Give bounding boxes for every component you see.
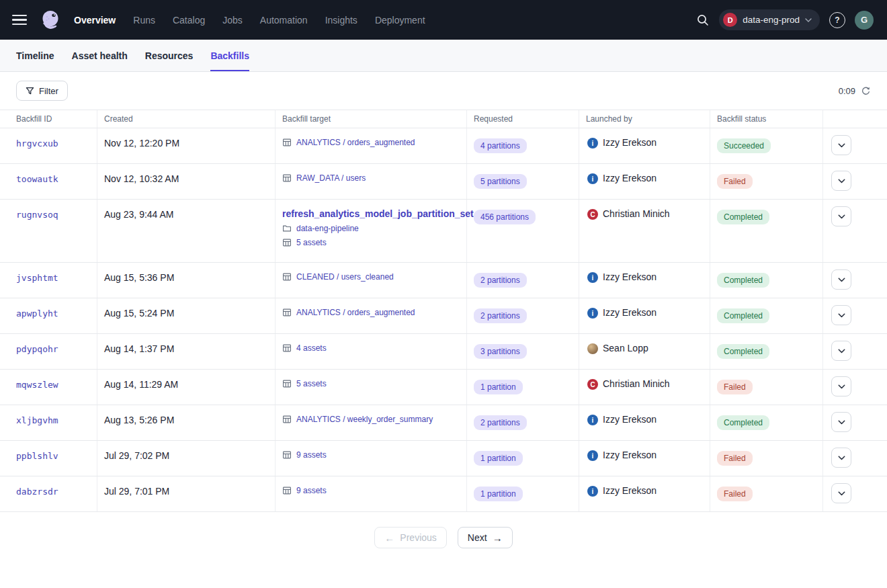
- requested-partitions-badge: 1 partition: [474, 380, 523, 394]
- hamburger-menu-icon[interactable]: [12, 12, 28, 28]
- filter-button[interactable]: Filter: [16, 81, 68, 101]
- backfill-target-link[interactable]: 5 assets: [296, 379, 327, 388]
- requested-partitions-badge: 3 partitions: [474, 344, 527, 359]
- column-header-backfill-target: Backfill target: [276, 110, 467, 128]
- backfill-target-link[interactable]: 9 assets: [296, 450, 327, 460]
- backfill-id-link[interactable]: jvsphtmt: [16, 273, 58, 283]
- created-timestamp: Aug 23, 9:44 AM: [104, 209, 174, 220]
- row-actions-chevron-button[interactable]: [831, 206, 851, 226]
- folder-icon: [282, 224, 292, 233]
- row-actions-chevron-button[interactable]: [831, 305, 851, 325]
- tab-asset-health[interactable]: Asset health: [72, 40, 128, 71]
- backfill-target-link[interactable]: ANALYTICS / weekly_order_summary: [296, 415, 433, 424]
- help-icon[interactable]: ?: [829, 12, 845, 28]
- requested-partitions-badge: 2 partitions: [474, 308, 527, 323]
- next-label: Next: [468, 532, 487, 543]
- table-row: rugnvsoqAug 23, 9:44 AMrefresh_analytics…: [0, 200, 887, 263]
- table-row: pdypqohrAug 14, 1:37 PM4 assets3 partiti…: [0, 334, 887, 370]
- search-icon[interactable]: [696, 13, 710, 27]
- deployment-switcher[interactable]: D data-eng-prod: [719, 9, 820, 30]
- requested-partitions-badge: 4 partitions: [474, 138, 527, 153]
- pagination: ← Previous Next →: [0, 527, 887, 548]
- row-actions-chevron-button[interactable]: [831, 171, 851, 191]
- launched-by-name: Izzy Erekson: [603, 414, 657, 425]
- backfill-target-link[interactable]: 4 assets: [296, 343, 327, 353]
- tab-timeline[interactable]: Timeline: [16, 40, 54, 71]
- funnel-icon: [26, 87, 34, 95]
- table-row: toowautkNov 12, 10:32 AMRAW_DATA / users…: [0, 164, 887, 200]
- user-account-avatar[interactable]: G: [855, 11, 874, 30]
- nav-item-runs[interactable]: Runs: [133, 15, 155, 26]
- main-nav: OverviewRunsCatalogJobsAutomationInsight…: [74, 15, 425, 26]
- backfill-target-link[interactable]: 9 assets: [296, 486, 327, 495]
- backfill-id-link[interactable]: ppblshlv: [16, 451, 58, 461]
- launched-by-name: Sean Lopp: [603, 343, 648, 353]
- previous-page-button[interactable]: ← Previous: [374, 527, 446, 548]
- requested-partitions-badge: 456 partitions: [474, 210, 536, 224]
- row-actions-chevron-button[interactable]: [831, 341, 851, 361]
- table-row: dabzrsdrJul 29, 7:01 PM9 assets1 partiti…: [0, 476, 887, 512]
- row-actions-chevron-button[interactable]: [831, 448, 851, 468]
- nav-item-overview[interactable]: Overview: [74, 15, 116, 26]
- launched-by-name: Izzy Erekson: [603, 485, 657, 496]
- row-actions-chevron-button[interactable]: [831, 135, 851, 155]
- asset-table-icon: [282, 379, 292, 388]
- table-header-row: Backfill IDCreatedBackfill targetRequest…: [0, 110, 887, 128]
- requested-partitions-badge: 1 partition: [474, 487, 523, 501]
- created-timestamp: Jul 29, 7:02 PM: [104, 450, 169, 461]
- next-page-button[interactable]: Next →: [458, 527, 513, 548]
- created-timestamp: Aug 15, 5:36 PM: [104, 272, 174, 283]
- requested-partitions-badge: 5 partitions: [474, 174, 527, 189]
- asset-table-icon: [282, 238, 292, 247]
- launched-by-avatar: i: [587, 486, 598, 497]
- launched-by-name: Izzy Erekson: [603, 173, 657, 183]
- row-actions-chevron-button[interactable]: [831, 412, 851, 432]
- backfill-id-link[interactable]: dabzrsdr: [16, 487, 58, 497]
- launched-by-avatar: [587, 343, 598, 354]
- nav-item-insights[interactable]: Insights: [325, 15, 357, 26]
- backfill-id-link[interactable]: toowautk: [16, 174, 58, 184]
- requested-partitions-badge: 2 partitions: [474, 415, 527, 430]
- launched-by-avatar: i: [587, 272, 598, 283]
- nav-item-jobs[interactable]: Jobs: [222, 15, 243, 26]
- tab-backfills[interactable]: Backfills: [210, 40, 249, 71]
- dagster-logo[interactable]: [38, 7, 63, 33]
- backfill-target-link[interactable]: data-eng-pipeline: [296, 224, 359, 233]
- backfill-id-link[interactable]: pdypqohr: [16, 344, 58, 354]
- backfill-id-link[interactable]: rugnvsoq: [16, 210, 58, 220]
- launched-by-name: Christian Minich: [603, 378, 670, 389]
- backfill-target-link[interactable]: ANALYTICS / orders_augmented: [296, 308, 415, 317]
- launched-by-name: Christian Minich: [603, 208, 670, 219]
- column-header-backfill-status: Backfill status: [710, 110, 823, 128]
- backfill-status-badge: Failed: [717, 451, 753, 466]
- nav-item-automation[interactable]: Automation: [260, 15, 308, 26]
- nav-item-catalog[interactable]: Catalog: [173, 15, 205, 26]
- backfill-status-badge: Completed: [717, 210, 769, 224]
- row-actions-chevron-button[interactable]: [831, 269, 851, 290]
- backfill-target-link[interactable]: 5 assets: [296, 238, 327, 247]
- table-body: hrgvcxubNov 12, 12:20 PMANALYTICS / orde…: [0, 128, 887, 512]
- refresh-countdown: 0:09: [839, 86, 855, 96]
- table-row: ppblshlvJul 29, 7:02 PM9 assets1 partiti…: [0, 441, 887, 476]
- backfill-target-link[interactable]: RAW_DATA / users: [296, 173, 366, 183]
- job-partition-set-link[interactable]: refresh_analytics_model_job_partition_se…: [282, 208, 460, 219]
- backfill-target-link[interactable]: CLEANED / users_cleaned: [296, 272, 394, 282]
- backfill-status-badge: Failed: [717, 487, 753, 501]
- row-actions-chevron-button[interactable]: [831, 483, 851, 503]
- backfill-id-link[interactable]: mqwszlew: [16, 380, 58, 390]
- launched-by-avatar: i: [587, 138, 598, 149]
- row-actions-chevron-button[interactable]: [831, 376, 851, 396]
- created-timestamp: Nov 12, 12:20 PM: [104, 138, 179, 149]
- backfill-id-link[interactable]: hrgvcxub: [16, 138, 58, 149]
- table-row: mqwszlewAug 14, 11:29 AM5 assets1 partit…: [0, 370, 887, 405]
- filter-label: Filter: [39, 86, 58, 96]
- refresh-icon[interactable]: [861, 86, 871, 96]
- backfill-id-link[interactable]: apwplyht: [16, 308, 58, 319]
- nav-item-deployment[interactable]: Deployment: [375, 15, 425, 26]
- table-row: hrgvcxubNov 12, 12:20 PMANALYTICS / orde…: [0, 128, 887, 164]
- backfill-target-link[interactable]: ANALYTICS / orders_augmented: [296, 138, 415, 147]
- backfill-id-link[interactable]: xljbgvhm: [16, 415, 58, 425]
- tab-resources[interactable]: Resources: [145, 40, 194, 71]
- created-timestamp: Jul 29, 7:01 PM: [104, 486, 169, 497]
- previous-label: Previous: [400, 532, 436, 543]
